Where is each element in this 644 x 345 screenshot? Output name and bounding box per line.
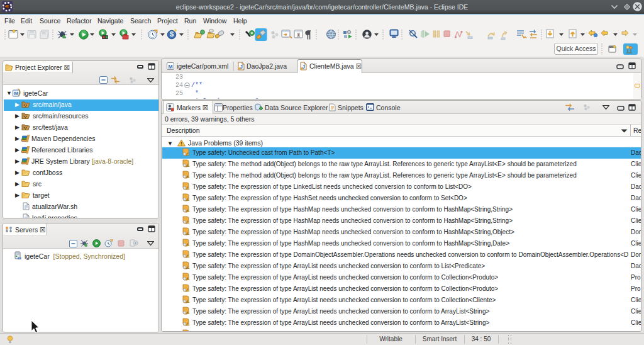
svg-text:M: M [168,64,172,70]
svg-text:M: M [14,91,18,96]
svg-text:S: S [170,31,174,38]
